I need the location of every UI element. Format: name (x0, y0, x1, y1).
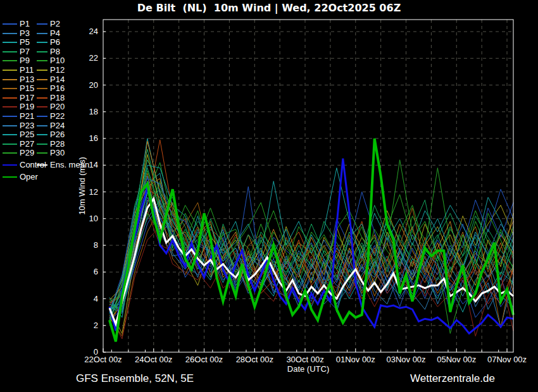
x-axis-label: Date (UTC) (287, 364, 329, 374)
y-tick-label: 20 (89, 80, 98, 90)
x-tick-label: 05Nov 00z (437, 355, 476, 364)
y-tick-label: 22 (89, 53, 98, 63)
y-tick-label: 12 (89, 187, 98, 197)
x-tick-label: 28Oct 00z (236, 355, 273, 364)
y-tick-label: 6 (94, 267, 98, 276)
y-tick-label: 10 (89, 214, 98, 223)
y-tick-label: 2 (94, 321, 98, 330)
x-tick-label: 22Oct 00z (84, 355, 122, 364)
y-tick-label: 14 (89, 160, 98, 169)
footer-brand-label: Wetterzentrale.de (410, 372, 495, 385)
x-tick-label: 24Oct 00z (135, 355, 172, 364)
page: De Bilt (NL) 10m Wind | Wed, 22Oct2025 0… (0, 0, 538, 392)
y-tick-label: 8 (94, 240, 98, 250)
x-tick-label: 07Nov 00z (487, 355, 527, 364)
footer-model-label: GFS Ensemble, 52N, 5E (76, 372, 194, 385)
y-tick-label: 16 (89, 133, 98, 143)
y-tick-label: 18 (89, 107, 98, 116)
y-tick-label: 24 (89, 27, 98, 36)
x-tick-label: 26Oct 00z (185, 355, 223, 364)
y-axis-label: 10m Wind (m/s) (77, 157, 87, 215)
x-tick-label: 01Nov 00z (336, 355, 375, 364)
x-tick-label: 03Nov 00z (386, 355, 425, 364)
x-tick-label: 30Oct 00z (286, 355, 323, 364)
y-tick-label: 4 (94, 294, 98, 303)
wind-ensemble-chart: 02468101214161820222422Oct 00z24Oct 00z2… (0, 0, 538, 392)
